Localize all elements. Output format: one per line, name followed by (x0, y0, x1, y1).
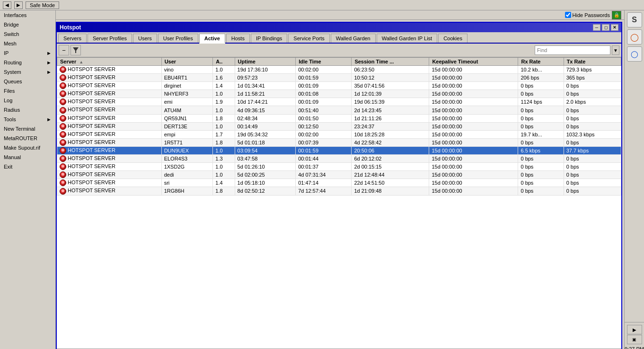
time-display: 9:27 PM (625, 346, 644, 349)
table-row[interactable]: HOTSPOT SERVER1RG86H1.88d 02:50:127d 12:… (57, 187, 621, 195)
window-buttons: ─ ◻ ✕ (593, 24, 618, 31)
table-row[interactable]: HOTSPOT SERVERemi1.910d 17:44:2100:01:09… (57, 98, 621, 106)
search-input[interactable] (535, 45, 610, 55)
tab-walled-garden-ip[interactable]: Walled Garden IP List (377, 34, 437, 43)
server-icon (60, 163, 66, 170)
table-row[interactable]: HOTSPOT SERVERdirginet1.41d 01:34:4100:0… (57, 82, 621, 90)
search-dropdown[interactable]: ▼ (612, 45, 619, 55)
toolbar: − ▼ (57, 44, 621, 57)
arrow-icon: ► (46, 50, 52, 56)
svg-marker-0 (73, 47, 79, 53)
tab-bar: Servers Server Profiles Users User Profi… (57, 32, 621, 44)
col-server[interactable]: Server ▲ (57, 58, 162, 66)
sidebar-item-metarouter[interactable]: MetaROUTER (0, 134, 55, 143)
sidebar-item-radius[interactable]: Radius (0, 105, 55, 115)
tab-user-profiles[interactable]: User Profiles (158, 34, 198, 43)
sidebar-item-interfaces[interactable]: Interfaces (0, 10, 55, 20)
chrome-btn-3[interactable]: ◯ (627, 46, 642, 62)
filter-button[interactable] (71, 45, 81, 55)
col-user[interactable]: User (161, 58, 213, 66)
table-row[interactable]: HOTSPOT SERVERdedi1.05d 02:00:254d 07:31… (57, 171, 621, 179)
tab-walled-garden[interactable]: Walled Garden (331, 34, 376, 43)
tab-servers[interactable]: Servers (58, 34, 87, 43)
sidebar-item-switch[interactable]: Switch (0, 29, 55, 39)
server-icon (60, 147, 66, 154)
safe-mode-bar: ◀ ▶ Safe Mode (0, 0, 644, 10)
sidebar-item-new-terminal[interactable]: New Terminal (0, 124, 55, 134)
sidebar-item-routing[interactable]: Routing ► (0, 58, 55, 67)
chrome-panel: S ◯ ◯ ▶ ▣ 9:27 PM 6/24/2018 (624, 10, 644, 349)
sidebar-item-files[interactable]: Files (0, 86, 55, 96)
restore-button[interactable]: ◻ (602, 24, 609, 31)
chrome-btn-1[interactable]: S (627, 12, 642, 27)
server-icon (60, 139, 66, 146)
sidebar-item-log[interactable]: Log (0, 96, 55, 105)
table-row[interactable]: HOTSPOT SERVERvino1.019d 17:36:1000:02:0… (57, 66, 621, 74)
table-row[interactable]: HOTSPOT SERVEREBU4RT11.609:57:2300:01:59… (57, 74, 621, 82)
hotspot-titlebar: Hotspot ─ ◻ ✕ (57, 23, 621, 32)
table-row[interactable]: HOTSPOT SERVERDERT13E1.000:14:4900:12:50… (57, 122, 621, 130)
table-row[interactable]: HOTSPOT SERVERELOR4S31.303:47:5800:01:44… (57, 155, 621, 163)
sidebar-item-bridge[interactable]: Bridge (0, 20, 55, 29)
safe-mode-button[interactable]: Safe Mode (26, 1, 59, 9)
tab-server-profiles[interactable]: Server Profiles (88, 34, 132, 43)
server-icon (60, 155, 66, 162)
sidebar-item-queues[interactable]: Queues (0, 77, 55, 86)
hotspot-window: Hotspot ─ ◻ ✕ Servers Server Profiles Us… (56, 22, 622, 349)
server-icon (60, 131, 66, 138)
tab-service-ports[interactable]: Service Ports (288, 34, 329, 43)
col-keepalive[interactable]: Keepalive Timeout (429, 58, 518, 66)
tab-hosts[interactable]: Hosts (226, 34, 250, 43)
top-bar: Hide Passwords 🔒 (56, 10, 624, 20)
sidebar-item-ip[interactable]: IP ► (0, 48, 55, 58)
server-icon (60, 171, 66, 178)
tab-cookies[interactable]: Cookies (438, 34, 468, 43)
arrow-icon: ► (46, 116, 52, 122)
server-icon (60, 115, 66, 122)
sidebar-item-make-supout[interactable]: Make Supout.rif (0, 143, 55, 152)
tab-active[interactable]: Active (199, 34, 225, 44)
table-row[interactable]: HOTSPOT SERVERsri1.41d 05:18:1001:47:142… (57, 179, 621, 187)
col-session-time[interactable]: Session Time ... (352, 58, 429, 66)
server-icon (60, 90, 66, 97)
chrome-audio-btn[interactable]: ▶ (627, 325, 642, 334)
remove-button[interactable]: − (59, 45, 69, 55)
table-row[interactable]: HOTSPOT SERVER1R5T711.85d 01:01:1800:07:… (57, 138, 621, 146)
sidebar-item-mesh[interactable]: Mesh (0, 39, 55, 48)
table-row[interactable]: HOTSPOT SERVERempi1.719d 05:34:3200:02:0… (57, 130, 621, 138)
sidebar-item-manual[interactable]: Manual (0, 152, 55, 162)
sidebar-item-exit[interactable]: Exit (0, 162, 55, 171)
close-button[interactable]: ✕ (611, 24, 618, 31)
tab-ip-bindings[interactable]: IP Bindings (251, 34, 287, 43)
active-sessions-table[interactable]: Server ▲ User A.. Uptime Idle Time Sessi… (57, 57, 621, 349)
table-row[interactable]: HOTSPOT SERVERQR59JN11.802:48:3400:01:50… (57, 114, 621, 122)
table-row[interactable]: HOTSPOT SERVER1XSD2G1.05d 01:26:1000:01:… (57, 163, 621, 171)
col-tx-rate[interactable]: Tx Rate (564, 58, 621, 66)
server-icon (60, 188, 66, 195)
arrow-icon: ► (46, 69, 52, 75)
arrow-icon: ► (46, 60, 52, 65)
chrome-copy-btn[interactable]: ▣ (627, 335, 642, 344)
col-uptime[interactable]: Uptime (235, 58, 296, 66)
table-row[interactable]: HOTSPOT SERVERNHYERF31.01d 11:58:2100:01… (57, 90, 621, 98)
sidebar-item-system[interactable]: System ► (0, 67, 55, 77)
server-icon (60, 107, 66, 114)
server-icon (60, 74, 66, 81)
tab-users[interactable]: Users (133, 34, 157, 43)
col-address[interactable]: A.. (213, 58, 235, 66)
server-icon (60, 98, 66, 105)
server-icon (60, 66, 66, 73)
table-row[interactable]: HOTSPOT SERVERATU4M1.04d 09:36:1500:51:4… (57, 106, 621, 114)
back-button[interactable]: ◀ (3, 1, 11, 9)
col-idle-time[interactable]: Idle Time (296, 58, 352, 66)
hide-passwords-checkbox[interactable] (565, 12, 571, 18)
forward-button[interactable]: ▶ (14, 1, 23, 9)
hotspot-title: Hotspot (60, 24, 81, 31)
col-rx-rate[interactable]: Rx Rate (518, 58, 564, 66)
table-row[interactable]: HOTSPOT SERVERDUN9UEX1.003:09:5400:01:59… (57, 146, 621, 154)
hide-passwords-label[interactable]: Hide Passwords (565, 12, 610, 18)
sidebar-item-tools[interactable]: Tools ► (0, 115, 55, 124)
minimize-button[interactable]: ─ (593, 24, 600, 31)
chrome-btn-2[interactable]: ◯ (627, 29, 642, 45)
server-icon (60, 179, 66, 186)
